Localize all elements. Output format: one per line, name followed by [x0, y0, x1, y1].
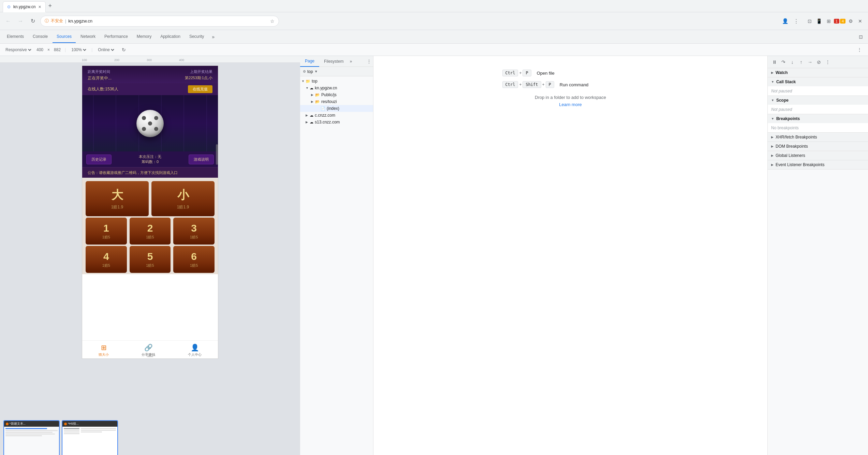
plus-icon-3: +	[542, 82, 545, 87]
recharge-button[interactable]: 在线充值	[188, 85, 212, 93]
context-label: top	[307, 69, 313, 74]
browser-chrome: ⊙ kn.ypgzw.cn × + ← → ↻ ⓘ 不安全 | kn.ypgzw…	[0, 0, 868, 30]
bookmark-icon[interactable]: ☆	[270, 18, 275, 24]
forward-button[interactable]: →	[16, 16, 25, 26]
context-arrow: ▼	[314, 70, 318, 73]
zoom-select[interactable]: 100%	[70, 47, 87, 53]
close-devtools-icon[interactable]: ✕	[856, 17, 865, 26]
event-header[interactable]: ▶ Event Listener Breakpoints	[768, 160, 868, 169]
nav-guess[interactable]: ⊞ 猜大小	[99, 343, 109, 357]
dice-area	[82, 95, 218, 151]
debugger-more-button[interactable]: ⋮	[824, 58, 832, 66]
thumbnail-1[interactable]: *新建文本...	[3, 420, 60, 455]
console-icon[interactable]: ⊞	[824, 17, 833, 26]
browser-tab[interactable]: ⊙ kn.ypgzw.cn ×	[3, 1, 46, 12]
devtools-tabbar: Elements Console Sources Network Perform…	[0, 30, 868, 44]
bet-num-5[interactable]: 5 1赔5	[130, 246, 171, 273]
toggle-drawer-icon[interactable]: ⊡	[856, 32, 865, 41]
step-out-button[interactable]: ↑	[797, 58, 805, 66]
history-button[interactable]: 历史记录	[86, 155, 112, 164]
nav-share[interactable]: 🔗 分享赚钱	[142, 343, 155, 357]
tree-item-index[interactable]: 📄 (index)	[300, 105, 373, 112]
nav-profile[interactable]: 👤 个人中心	[188, 343, 202, 357]
shortcut-run-command: Ctrl + Shift + P Run command	[502, 81, 639, 88]
more-tabs-button[interactable]: »	[209, 32, 218, 41]
num-odds-1: 1赔5	[88, 235, 124, 240]
tree-item-publicjs[interactable]: ▶ 📂 Public/js	[300, 91, 373, 98]
tab-console[interactable]: Console	[29, 31, 52, 43]
new-tab-icon[interactable]: +	[48, 2, 52, 10]
xhr-header[interactable]: ▶ XHR/fetch Breakpoints	[768, 133, 868, 142]
devtools-panels: Page Filesystem » ⋮ ⚙ top ▼ ▼ 📁	[300, 56, 868, 455]
bet-small-card[interactable]: 小 1赔1.9	[151, 181, 215, 216]
refresh-button[interactable]: ↻	[28, 16, 38, 26]
device-icon[interactable]: 📱	[815, 17, 824, 26]
more-options-button[interactable]: ⋮	[855, 45, 864, 54]
mobile-viewport-area: 100 200 300 400 距离开奖时间 正在开奖中... 上期开奖结果 第…	[0, 56, 300, 455]
tab-close-icon[interactable]: ×	[38, 4, 41, 10]
global-expand-icon: ▶	[771, 154, 774, 157]
bet-big-odds: 1赔1.9	[91, 204, 143, 210]
breakpoints-header[interactable]: ▼ Breakpoints	[768, 114, 868, 123]
more-button[interactable]: ⋮	[792, 16, 801, 26]
rotate-button[interactable]: ↻	[119, 45, 128, 54]
step-button[interactable]: →	[806, 58, 814, 66]
cloud-icon-s13: ☁	[310, 120, 313, 124]
sidebar-tab-page[interactable]: Page	[300, 56, 319, 67]
sidebar-more-button[interactable]: »	[350, 59, 352, 64]
tab-network[interactable]: Network	[76, 31, 100, 43]
dom-header[interactable]: ▶ DOM Breakpoints	[768, 142, 868, 151]
global-header[interactable]: ▶ Global Listeners	[768, 151, 868, 160]
learn-more-link[interactable]: Learn more	[559, 102, 582, 107]
tree-item-kn[interactable]: ▼ ☁ kn.ypgzw.cn	[300, 85, 373, 91]
scope-header[interactable]: ▼ Scope	[768, 96, 868, 105]
tab-application[interactable]: Application	[156, 31, 185, 43]
address-bar[interactable]: ⓘ 不安全 | kn.ypgzw.cn ☆	[40, 16, 279, 27]
key-ctrl: Ctrl	[502, 70, 518, 76]
tab-sources[interactable]: Sources	[53, 31, 76, 43]
thumbnail-2[interactable]: *H5猜...	[62, 420, 118, 455]
bet-big-card[interactable]: 大 1赔1.9	[86, 181, 149, 216]
ruler-mark: 400	[179, 58, 184, 62]
tree-item-restouzi[interactable]: ▶ 📂 res/touzi	[300, 98, 373, 105]
warn-badge: 4	[840, 19, 845, 24]
action-row: 历史记录 本次压注：无 筹码数：0 游戏说明	[82, 151, 218, 167]
profile-button[interactable]: 👤	[781, 16, 790, 26]
call-stack-header[interactable]: ▼ Call Stack	[768, 77, 868, 86]
sidebar-settings-button[interactable]: ⋮	[365, 57, 373, 65]
thumb-line	[64, 433, 79, 434]
tree-item-cnzz[interactable]: ▶ ☁ c.cnzz.com	[300, 112, 373, 119]
watch-header[interactable]: ▶ Watch	[768, 68, 868, 77]
bet-num-2[interactable]: 2 1赔5	[130, 218, 171, 245]
tab-memory[interactable]: Memory	[133, 31, 156, 43]
settings-icon[interactable]: ⚙	[846, 17, 855, 26]
step-into-button[interactable]: ↓	[788, 58, 796, 66]
tree-label-restouzi: res/touzi	[321, 99, 337, 104]
announcement-bar: 公告：请收藏游戏推广二维码，方便下次找到游戏入口	[82, 167, 218, 178]
rules-button[interactable]: 游戏说明	[189, 155, 214, 164]
tree-item-s13cnzz[interactable]: ▶ ☁ s13.cnzz.com	[300, 119, 373, 126]
pause-button[interactable]: ⏸	[770, 58, 779, 66]
deactivate-button[interactable]: ⊘	[815, 58, 823, 66]
inspect-icon[interactable]: ⊡	[805, 17, 814, 26]
network-select[interactable]: Online	[97, 47, 115, 53]
tab-elements[interactable]: Elements	[3, 31, 28, 43]
mobile-frame: 距离开奖时间 正在开奖中... 上期开奖结果 第2253期:1点,小 在线人数:…	[82, 65, 218, 359]
event-expand-icon: ▶	[771, 163, 774, 166]
thumb2-dot	[64, 423, 67, 425]
tab-performance[interactable]: Performance	[100, 31, 132, 43]
bet-num-1[interactable]: 1 1赔5	[86, 218, 127, 245]
back-button[interactable]: ←	[3, 16, 13, 26]
tree-item-top[interactable]: ▼ 📁 top	[300, 78, 373, 85]
step-over-button[interactable]: ↷	[779, 58, 788, 66]
thumb-line	[81, 431, 102, 432]
bet-num-4[interactable]: 4 1赔5	[86, 246, 127, 273]
num-label-5: 5	[132, 251, 168, 262]
bet-num-3[interactable]: 3 1赔5	[173, 218, 215, 245]
tree-label-index: (index)	[327, 106, 339, 111]
sidebar-tab-filesystem[interactable]: Filesystem	[319, 56, 348, 67]
device-select[interactable]: Responsive	[4, 47, 32, 53]
bet-num-6[interactable]: 6 1赔5	[173, 246, 215, 273]
mobile-resize-handle[interactable]	[216, 144, 218, 165]
tab-security[interactable]: Security	[185, 31, 208, 43]
